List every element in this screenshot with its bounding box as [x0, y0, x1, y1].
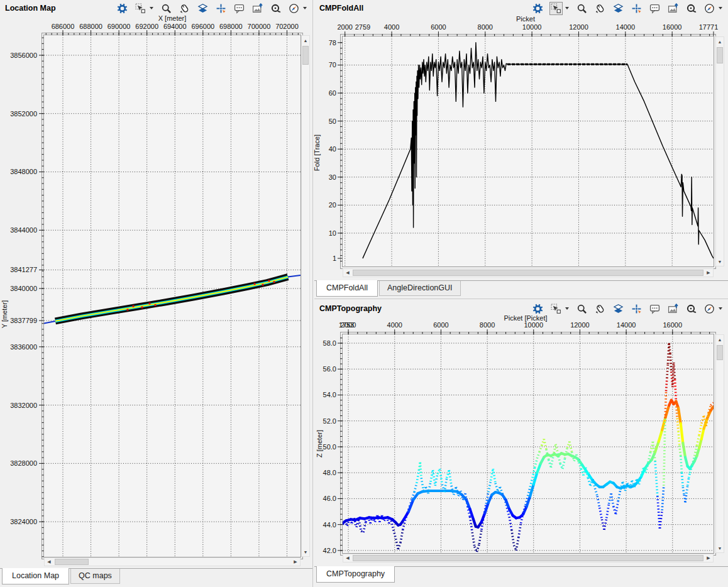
settings-gear-icon[interactable] — [532, 3, 544, 14]
crosshair-position-icon[interactable] — [215, 3, 227, 14]
scroll-left-icon[interactable]: ◀ — [344, 554, 351, 562]
layers-icon[interactable] — [197, 3, 209, 14]
compass-icon[interactable] — [288, 3, 300, 14]
compass-icon[interactable] — [703, 3, 715, 14]
svg-text:6000: 6000 — [431, 23, 446, 31]
location-map-hscrollbar[interactable]: ◀ ▶ — [44, 557, 301, 566]
settings-gear-icon[interactable] — [116, 3, 128, 14]
scroll-down-icon[interactable]: ▼ — [716, 544, 724, 552]
select-mode-icon[interactable] — [135, 3, 146, 14]
svg-text:3852000: 3852000 — [10, 110, 37, 118]
svg-text:70: 70 — [329, 61, 336, 69]
scroll-down-icon[interactable]: ▼ — [716, 258, 724, 265]
zoom-magnifier-icon[interactable] — [576, 3, 588, 14]
svg-text:14000: 14000 — [617, 321, 636, 329]
scroll-right-icon[interactable]: ▶ — [292, 558, 299, 566]
export-image-icon[interactable] — [667, 3, 679, 14]
tab-qc-maps[interactable]: QC maps — [70, 569, 120, 584]
svg-text:686000: 686000 — [52, 23, 75, 30]
scroll-thumb[interactable] — [353, 555, 703, 561]
svg-text:4000: 4000 — [384, 23, 399, 31]
svg-text:3837799: 3837799 — [10, 317, 37, 324]
compass-icon[interactable] — [703, 303, 715, 315]
export-image-icon[interactable] — [667, 303, 679, 315]
select-mode-dropdown-icon[interactable] — [149, 6, 154, 10]
cmp-fold-all-vscrollbar[interactable]: ▲ ▼ — [715, 36, 724, 266]
export-image-icon[interactable] — [251, 3, 263, 14]
cmp-topography-header: CMPTopography — [314, 300, 728, 315]
layers-icon[interactable] — [612, 303, 624, 315]
select-mode-dropdown-icon[interactable] — [565, 6, 570, 10]
svg-text:58.0: 58.0 — [323, 339, 336, 347]
app-root: 6860006880006900006920006940006960006980… — [0, 0, 728, 587]
svg-text:60: 60 — [329, 89, 336, 97]
svg-text:692000: 692000 — [135, 23, 158, 30]
scroll-left-icon[interactable]: ◀ — [344, 269, 351, 277]
scroll-up-icon[interactable]: ▲ — [716, 336, 724, 343]
scroll-thumb[interactable] — [302, 46, 309, 65]
panel-divider-vertical — [312, 0, 313, 587]
cmp-fold-all-header: CMPFoldAll — [314, 0, 728, 15]
scroll-down-icon[interactable]: ▼ — [302, 548, 309, 556]
zoom-magnifier-icon[interactable] — [160, 3, 172, 14]
tab-cmpfoldall[interactable]: CMPFoldAll — [316, 280, 378, 297]
comment-bubble-icon[interactable] — [649, 303, 661, 315]
crosshair-position-icon[interactable] — [631, 3, 643, 14]
scroll-right-icon[interactable]: ▶ — [705, 554, 712, 562]
tab-location-map[interactable]: Location Map — [2, 568, 69, 584]
cmp-fold-all-tabbar: CMPFoldAllAngleDirectionGUI — [314, 280, 728, 299]
svg-text:8000: 8000 — [478, 23, 493, 31]
measure-tape-icon[interactable] — [685, 3, 697, 14]
svg-text:3832000: 3832000 — [10, 402, 37, 409]
comment-bubble-icon[interactable] — [649, 3, 661, 14]
location-map-toolbar — [116, 3, 307, 14]
svg-text:1753: 1753 — [339, 321, 354, 329]
mouse-pan-icon[interactable] — [179, 3, 190, 14]
cmp-topography-toolbar — [532, 303, 723, 315]
measure-tape-icon[interactable] — [270, 3, 282, 14]
select-mode-icon[interactable] — [550, 303, 562, 315]
layers-icon[interactable] — [612, 3, 624, 14]
compass-dropdown-icon[interactable] — [302, 6, 307, 10]
scroll-thumb[interactable] — [353, 270, 703, 276]
svg-text:Z [meter]: Z [meter] — [316, 430, 323, 458]
cmp-topography-hscrollbar[interactable]: ◀ ▶ — [343, 554, 714, 562]
scroll-up-icon[interactable]: ▲ — [302, 36, 309, 44]
scroll-thumb[interactable] — [55, 559, 89, 565]
svg-text:10: 10 — [329, 229, 336, 237]
mouse-pan-icon[interactable] — [594, 3, 606, 14]
tab-cmptopography[interactable]: CMPTopography — [316, 566, 395, 583]
svg-text:3828000: 3828000 — [10, 459, 37, 467]
select-mode-icon[interactable] — [550, 3, 562, 14]
zoom-magnifier-icon[interactable] — [576, 303, 588, 315]
svg-text:3856000: 3856000 — [10, 52, 37, 59]
settings-gear-icon[interactable] — [532, 303, 544, 315]
scroll-thumb[interactable] — [717, 345, 723, 360]
scroll-thumb[interactable] — [717, 47, 723, 63]
svg-text:48.0: 48.0 — [323, 469, 336, 476]
tab-angledirectiongui[interactable]: AngleDirectionGUI — [379, 281, 461, 296]
compass-dropdown-icon[interactable] — [718, 307, 723, 310]
compass-dropdown-icon[interactable] — [718, 6, 723, 10]
scroll-up-icon[interactable]: ▲ — [716, 38, 724, 45]
cmp-topography-panel-title: CMPTopography — [319, 304, 382, 313]
cmp-fold-all-hscrollbar[interactable]: ◀ ▶ — [343, 268, 714, 277]
svg-text:14000: 14000 — [616, 23, 636, 31]
select-mode-dropdown-icon[interactable] — [565, 307, 570, 310]
svg-text:702000: 702000 — [275, 23, 299, 30]
measure-tape-icon[interactable] — [685, 303, 697, 315]
mouse-pan-icon[interactable] — [594, 303, 606, 315]
svg-text:20: 20 — [329, 201, 336, 209]
location-map-panel-title: Location Map — [5, 4, 56, 13]
comment-bubble-icon[interactable] — [233, 3, 245, 14]
svg-text:688000: 688000 — [79, 23, 102, 30]
crosshair-position-icon[interactable] — [631, 303, 643, 315]
cmp-topography-vscrollbar[interactable]: ▲ ▼ — [715, 334, 724, 553]
svg-text:52.0: 52.0 — [323, 417, 336, 425]
svg-text:50: 50 — [329, 118, 336, 125]
cmp-topography-chart: 2000400060008000100001200014000160001753… — [316, 314, 716, 556]
scroll-right-icon[interactable]: ▶ — [705, 269, 712, 277]
cmp-fold-all-toolbar — [532, 3, 723, 14]
location-map-vscrollbar[interactable]: ▲ ▼ — [301, 35, 310, 557]
scroll-left-icon[interactable]: ◀ — [45, 558, 53, 566]
